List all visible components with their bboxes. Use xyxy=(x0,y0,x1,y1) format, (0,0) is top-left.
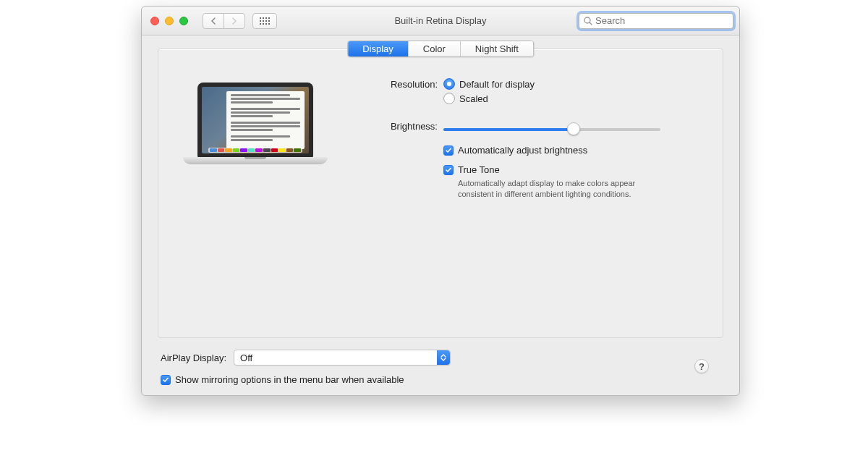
tab-color[interactable]: Color xyxy=(409,41,461,56)
display-preview-image xyxy=(183,83,328,204)
nav-buttons xyxy=(203,13,245,29)
search-input[interactable] xyxy=(595,15,728,26)
forward-button[interactable] xyxy=(224,13,245,29)
content-area: Display Color Night Shift xyxy=(142,35,739,395)
airplay-row: AirPlay Display: Off xyxy=(161,350,720,366)
svg-rect-0 xyxy=(260,17,261,19)
resolution-scaled-option[interactable]: Scaled xyxy=(443,93,705,104)
true-tone-checkbox[interactable]: True Tone Automatically adapt display to… xyxy=(443,164,705,200)
show-all-button[interactable] xyxy=(252,13,277,29)
checkbox-checked-icon xyxy=(443,165,454,175)
radio-checked-icon xyxy=(443,78,455,90)
settings-column: Resolution: Default for display Scaled xyxy=(371,78,705,204)
svg-rect-11 xyxy=(268,23,270,25)
checkbox-checked-icon xyxy=(161,375,171,385)
dropdown-stepper-icon xyxy=(437,350,450,365)
mirroring-label: Show mirroring options in the menu bar w… xyxy=(175,374,404,385)
true-tone-label: True Tone xyxy=(458,164,500,175)
brightness-row: Brightness: Automatic xyxy=(371,120,705,200)
mirroring-checkbox[interactable]: Show mirroring options in the menu bar w… xyxy=(161,374,720,385)
resolution-row: Resolution: Default for display Scaled xyxy=(371,78,705,107)
svg-rect-3 xyxy=(268,17,270,19)
checkbox-checked-icon xyxy=(443,145,454,156)
main-panel: Display Color Night Shift xyxy=(158,48,723,338)
resolution-default-label: Default for display xyxy=(459,79,535,90)
svg-rect-10 xyxy=(265,23,267,25)
svg-rect-6 xyxy=(265,20,267,22)
preferences-window: Built-in Retina Display Display Color Ni… xyxy=(141,6,740,396)
tab-display[interactable]: Display xyxy=(348,41,409,56)
auto-brightness-checkbox[interactable]: Automatically adjust brightness xyxy=(443,145,705,156)
panel-body: Resolution: Default for display Scaled xyxy=(176,49,705,204)
tab-bar: Display Color Night Shift xyxy=(347,41,534,57)
svg-rect-8 xyxy=(260,23,261,25)
help-icon: ? xyxy=(699,361,705,372)
svg-rect-7 xyxy=(268,20,270,22)
resolution-scaled-label: Scaled xyxy=(459,93,488,104)
svg-rect-2 xyxy=(265,17,267,19)
svg-rect-4 xyxy=(260,20,261,22)
svg-line-13 xyxy=(590,22,592,25)
svg-rect-9 xyxy=(263,23,264,25)
zoom-window-button[interactable] xyxy=(179,17,188,25)
brightness-slider[interactable] xyxy=(443,122,660,136)
airplay-label: AirPlay Display: xyxy=(161,352,226,363)
close-window-button[interactable] xyxy=(150,17,159,25)
resolution-label: Resolution: xyxy=(371,78,443,90)
chevron-right-icon xyxy=(231,17,237,25)
back-button[interactable] xyxy=(203,13,224,29)
grid-icon xyxy=(260,17,270,25)
auto-brightness-label: Automatically adjust brightness xyxy=(458,145,587,156)
minimize-window-button[interactable] xyxy=(165,17,174,25)
titlebar: Built-in Retina Display xyxy=(142,7,739,35)
brightness-label: Brightness: xyxy=(371,120,443,132)
window-controls xyxy=(150,17,188,25)
svg-rect-1 xyxy=(263,17,264,19)
airplay-dropdown[interactable]: Off xyxy=(234,350,451,366)
tab-night-shift[interactable]: Night Shift xyxy=(461,41,533,56)
help-button[interactable]: ? xyxy=(694,359,709,373)
search-icon xyxy=(584,17,592,25)
bottom-controls: AirPlay Display: Off Show mirroring opti… xyxy=(158,338,723,385)
airplay-value: Off xyxy=(240,352,252,363)
chevron-left-icon xyxy=(210,17,216,25)
radio-unchecked-icon xyxy=(443,93,455,104)
true-tone-description: Automatically adapt display to make colo… xyxy=(458,178,668,200)
svg-rect-5 xyxy=(263,20,264,22)
search-field[interactable] xyxy=(579,13,733,29)
resolution-default-option[interactable]: Default for display xyxy=(443,78,705,90)
